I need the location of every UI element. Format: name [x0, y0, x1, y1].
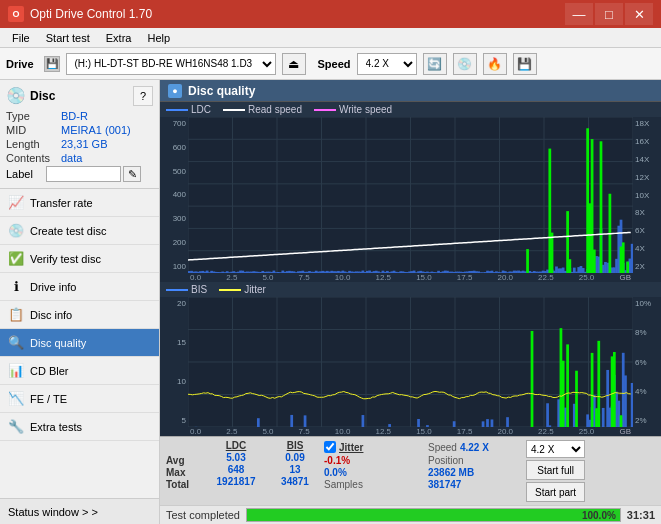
- status-window-label: Status window > >: [8, 506, 98, 518]
- maximize-button[interactable]: □: [595, 3, 623, 25]
- ldc-avg: 5.03: [226, 452, 245, 463]
- sidebar-item-cd-bler[interactable]: 📊 CD Bler: [0, 357, 159, 385]
- type-label: Type: [6, 110, 61, 122]
- type-value: BD-R: [61, 110, 88, 122]
- eject-button[interactable]: ⏏: [282, 53, 306, 75]
- disc-info-button[interactable]: ?: [133, 86, 153, 106]
- speed-stat-value: 4.22 X: [460, 442, 489, 453]
- sidebar-item-disc-info[interactable]: 📋 Disc info: [0, 301, 159, 329]
- status-window[interactable]: Status window > >: [0, 498, 159, 524]
- position-value: 23862 MB: [428, 467, 518, 478]
- samples-value: 381747: [428, 479, 518, 490]
- speed-select[interactable]: 4.2 X: [357, 53, 417, 75]
- speed-stat-label: Speed: [428, 442, 457, 453]
- disc-quality-header: ● Disc quality: [160, 80, 661, 102]
- menu-bar: File Start test Extra Help: [0, 28, 661, 48]
- mid-value: MEIRA1 (001): [61, 124, 131, 136]
- sidebar-item-extra-tests[interactable]: 🔧 Extra tests: [0, 413, 159, 441]
- read-speed-legend-label: Read speed: [248, 104, 302, 115]
- minimize-button[interactable]: —: [565, 3, 593, 25]
- mid-label: MID: [6, 124, 61, 136]
- disc-info-icon: 📋: [8, 307, 24, 323]
- read-speed-legend: Read speed: [223, 104, 302, 115]
- ldc-col: LDC 5.03 648 1921817: [206, 440, 266, 487]
- speed-dropdown[interactable]: 4.2 X: [526, 440, 585, 458]
- bottom-chart-container: 20 15 10 5 10% 8% 6% 4% 2%: [160, 297, 661, 427]
- transfer-rate-icon: 📈: [8, 195, 24, 211]
- top-chart-canvas: [188, 117, 633, 273]
- refresh-button[interactable]: 🔄: [423, 53, 447, 75]
- close-button[interactable]: ✕: [625, 3, 653, 25]
- menu-file[interactable]: File: [4, 30, 38, 46]
- menu-help[interactable]: Help: [139, 30, 178, 46]
- transfer-rate-label: Transfer rate: [30, 197, 93, 209]
- progress-fill: [247, 509, 620, 521]
- fe-te-label: FE / TE: [30, 393, 67, 405]
- menu-extra[interactable]: Extra: [98, 30, 140, 46]
- disc-button[interactable]: 💿: [453, 53, 477, 75]
- top-x-axis: 0.02.55.07.510.012.515.017.520.022.525.0…: [160, 273, 661, 282]
- sidebar-item-fe-te[interactable]: 📉 FE / TE: [0, 385, 159, 413]
- app-icon: O: [8, 6, 24, 22]
- bis-legend: BIS: [166, 284, 207, 295]
- sidebar-item-drive-info[interactable]: ℹ Drive info: [0, 273, 159, 301]
- bis-total: 34871: [281, 476, 309, 487]
- status-text: Test completed: [166, 509, 240, 521]
- drive-select[interactable]: (H:) HL-DT-ST BD-RE WH16NS48 1.D3: [66, 53, 276, 75]
- sidebar-item-disc-quality[interactable]: 🔍 Disc quality: [0, 329, 159, 357]
- menu-start-test[interactable]: Start test: [38, 30, 98, 46]
- drive-icon: 💾: [44, 56, 60, 72]
- ldc-max: 648: [228, 464, 245, 475]
- disc-quality-title: Disc quality: [188, 84, 255, 98]
- jitter-legend: Jitter: [219, 284, 266, 295]
- create-test-disc-icon: 💿: [8, 223, 24, 239]
- contents-value: data: [61, 152, 82, 164]
- bottom-y-axis-right: 10% 8% 6% 4% 2%: [633, 297, 661, 427]
- samples-label: Samples: [324, 479, 424, 490]
- disc-info-label: Disc info: [30, 309, 72, 321]
- jitter-header: Jitter: [339, 442, 363, 453]
- fe-te-icon: 📉: [8, 391, 24, 407]
- ldc-header: LDC: [226, 440, 247, 451]
- position-label: Position: [428, 455, 518, 466]
- start-full-button[interactable]: Start full: [526, 460, 585, 480]
- start-part-button[interactable]: Start part: [526, 482, 585, 502]
- max-label: Max: [166, 467, 202, 478]
- disc-title: Disc: [30, 89, 55, 103]
- label-input[interactable]: [46, 166, 121, 182]
- ldc-legend: LDC: [166, 104, 211, 115]
- label-button[interactable]: ✎: [123, 166, 141, 182]
- drive-info-label: Drive info: [30, 281, 76, 293]
- length-label: Length: [6, 138, 61, 150]
- sidebar-item-create-test-disc[interactable]: 💿 Create test disc: [0, 217, 159, 245]
- sidebar-item-verify-test-disc[interactable]: ✅ Verify test disc: [0, 245, 159, 273]
- extra-tests-label: Extra tests: [30, 421, 82, 433]
- disc-panel: 💿 Disc ? Type BD-R MID MEIRA1 (001) Leng…: [0, 80, 159, 189]
- burn-button[interactable]: 🔥: [483, 53, 507, 75]
- bottom-y-axis-left: 20 15 10 5: [160, 297, 188, 427]
- bis-avg: 0.09: [285, 452, 304, 463]
- legend-top: LDC Read speed Write speed: [160, 102, 661, 117]
- save-button[interactable]: 💾: [513, 53, 537, 75]
- progress-bar-area: Test completed 100.0% 31:31: [160, 505, 661, 524]
- progress-bar: 100.0%: [246, 508, 621, 522]
- bottom-x-axis: 0.02.55.07.510.012.515.017.520.022.525.0…: [160, 427, 661, 436]
- speed-label: Speed: [318, 58, 351, 70]
- toolbar: Drive 💾 (H:) HL-DT-ST BD-RE WH16NS48 1.D…: [0, 48, 661, 80]
- bis-max: 13: [289, 464, 300, 475]
- stats-area: Avg Max Total LDC 5.03 648 1921817 BIS 0…: [160, 436, 661, 505]
- total-label: Total: [166, 479, 202, 490]
- verify-test-disc-icon: ✅: [8, 251, 24, 267]
- legend-bottom: BIS Jitter: [160, 282, 661, 297]
- sidebar-item-transfer-rate[interactable]: 📈 Transfer rate: [0, 189, 159, 217]
- jitter-checkbox[interactable]: [324, 441, 336, 453]
- length-value: 23,31 GB: [61, 138, 107, 150]
- top-y-axis-left: 700 600 500 400 300 200 100: [160, 117, 188, 273]
- avg-label: Avg: [166, 455, 202, 466]
- cd-bler-icon: 📊: [8, 363, 24, 379]
- jitter-check-row: Jitter: [324, 440, 424, 454]
- disc-quality-icon: 🔍: [8, 335, 24, 351]
- right-panel: ● Disc quality LDC Read speed Write spee…: [160, 80, 661, 524]
- bis-legend-label: BIS: [191, 284, 207, 295]
- bis-col: BIS 0.09 13 34871: [270, 440, 320, 487]
